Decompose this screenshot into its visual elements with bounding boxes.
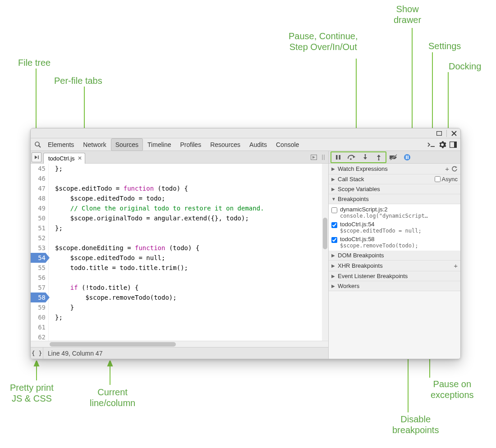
code-editor[interactable]: 454647484950515253545556575859606162 };$… [31,164,328,341]
svg-rect-20 [437,131,442,135]
svg-rect-27 [454,142,457,147]
expand-icon: ▶ [331,187,336,192]
step-out-button[interactable] [372,153,385,162]
pane-workers[interactable]: ▶ Workers [329,281,460,291]
breakpoint-code: $scope.removeTodo(todo); [340,242,418,249]
source-panel: todoCtrl.js ✕ 45464748495051525354555657… [31,151,329,359]
annotation-pause-continue-step: Pause, Continue, Step Over/In/Out [289,31,358,52]
svg-point-46 [404,154,410,160]
svg-marker-28 [35,155,37,159]
source-divider-icon[interactable] [320,152,326,163]
svg-rect-48 [408,155,409,159]
svg-marker-13 [34,361,39,366]
breakpoint-location: dynamicScript.js:2 [340,206,428,213]
pane-label: Event Listener Breakpoints [338,273,408,279]
file-tree-toggle-button[interactable] [32,152,41,162]
tab-network[interactable]: Network [78,138,110,151]
svg-point-23 [35,142,39,146]
annotation-disable-breakpoints: Disable breakpoints [392,414,439,435]
tab-console[interactable]: Console [271,138,303,151]
devtools-window: Elements Network Sources Timeline Profil… [30,128,461,359]
status-bar: { } Line 49, Column 47 [31,347,328,359]
search-icon[interactable] [32,139,43,150]
pane-breakpoints[interactable]: ▼ Breakpoints [329,194,460,204]
file-tab-bar: todoCtrl.js ✕ [31,151,328,164]
close-icon[interactable] [450,130,458,137]
tab-sources[interactable]: Sources [111,138,143,151]
tab-resources[interactable]: Resources [206,138,245,151]
source-play-icon[interactable] [309,152,318,163]
tab-profiles[interactable]: Profiles [175,138,206,151]
svg-point-43 [378,159,380,160]
horizontal-scrollbar[interactable] [31,341,328,347]
svg-marker-42 [377,155,381,157]
tab-timeline[interactable]: Timeline [143,138,175,151]
disable-breakpoints-button[interactable] [387,153,400,162]
annotation-pretty-print: Pretty print JS & CSS [10,382,54,404]
pane-label: XHR Breakpoints [338,262,383,269]
breakpoint-checkbox[interactable] [331,237,337,243]
svg-rect-47 [406,155,407,159]
debug-step-group-highlight [331,151,386,163]
pane-label: Watch Expressions [338,165,388,172]
pane-event-listener-breakpoints[interactable]: ▶ Event Listener Breakpoints [329,271,460,281]
pane-label: Breakpoints [338,196,369,202]
maximize-icon[interactable] [436,130,443,137]
pane-label: Workers [338,283,359,289]
expand-icon: ▶ [331,253,336,258]
line-gutter: 454647484950515253545556575859606162 [31,164,49,341]
breakpoint-checkbox[interactable] [331,207,337,213]
step-over-button[interactable] [345,153,358,162]
breakpoint-list: dynamicScript.js:2console.log("dynamicSc… [329,204,460,251]
pretty-print-button[interactable]: { } [31,347,43,359]
pane-xhr-breakpoints[interactable]: ▶ XHR Breakpoints + [329,261,460,271]
settings-icon[interactable] [437,139,448,150]
breakpoint-location: todoCtrl.js:58 [340,236,418,242]
async-label: Async [442,176,458,183]
breakpoint-item[interactable]: todoCtrl.js:54$scope.editedTodo = null; [329,220,460,235]
file-tab-todoctrl[interactable]: todoCtrl.js ✕ [43,153,85,164]
svg-marker-31 [312,156,315,159]
async-checkbox[interactable] [435,176,441,182]
pane-dom-breakpoints[interactable]: ▶ DOM Breakpoints [329,251,460,261]
expand-icon: ▶ [331,177,336,182]
annotation-pause-on-exceptions: Pause on exceptions [431,379,474,400]
close-tab-icon[interactable]: ✕ [78,155,82,161]
svg-point-37 [350,158,352,160]
show-drawer-icon[interactable] [426,139,437,150]
svg-marker-15 [108,361,112,366]
annotation-docking: Docking [449,61,481,72]
content-area: todoCtrl.js ✕ 45464748495051525354555657… [31,151,460,359]
breakpoint-checkbox[interactable] [331,222,337,228]
panel-tabs: Elements Network Sources Timeline Profil… [43,138,426,151]
vertical-scrollbar[interactable] [322,164,328,341]
cursor-position-text: Line 49, Column 47 [43,350,102,357]
tab-elements[interactable]: Elements [43,138,78,151]
add-watch-icon[interactable]: + [445,165,449,173]
refresh-icon[interactable] [452,166,458,172]
async-checkbox-label[interactable]: Async [435,176,458,183]
pane-label: DOM Breakpoints [338,252,384,259]
horizontal-scrollbar-thumb[interactable] [50,342,176,347]
pane-watch-expressions[interactable]: ▶ Watch Expressions + [329,164,460,174]
debug-toolbar [329,151,460,164]
pause-button[interactable] [332,153,344,162]
annotation-settings: Settings [428,41,461,51]
window-titlebar [31,128,460,138]
breakpoint-item[interactable]: dynamicScript.js:2console.log("dynamicSc… [329,205,460,220]
pause-on-exceptions-button[interactable] [401,153,413,162]
pane-call-stack[interactable]: ▶ Call Stack Async [329,174,460,184]
vertical-scrollbar-thumb[interactable] [323,218,327,249]
pane-label: Call Stack [338,176,364,183]
collapse-icon: ▼ [331,197,336,201]
svg-line-24 [39,146,41,147]
expand-icon: ▶ [331,263,336,268]
add-xhr-bp-icon[interactable]: + [454,262,458,270]
tab-audits[interactable]: Audits [245,138,271,151]
pane-scope-variables[interactable]: ▶ Scope Variables [329,184,460,194]
breakpoint-item[interactable]: todoCtrl.js:58$scope.removeTodo(todo); [329,235,460,250]
docking-icon[interactable] [448,139,459,150]
step-into-button[interactable] [359,153,372,162]
breakpoint-code: $scope.editedTodo = null; [340,228,422,234]
file-tab-label: todoCtrl.js [48,155,75,162]
